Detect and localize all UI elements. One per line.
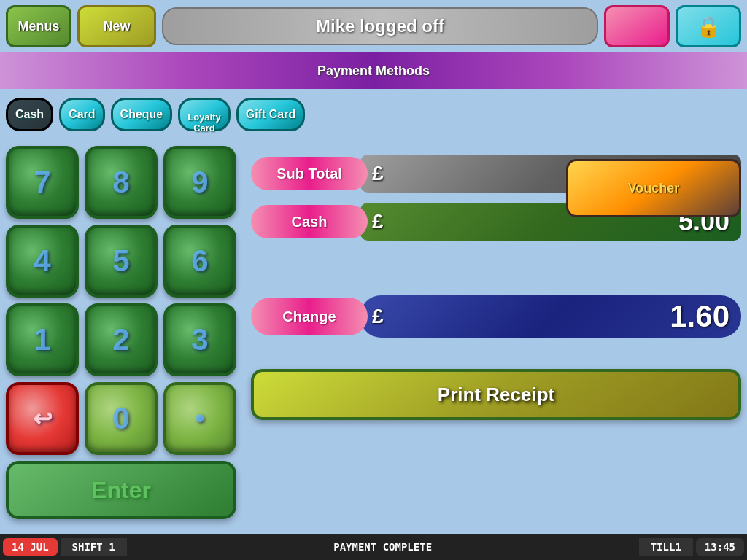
card-button[interactable]: Card bbox=[59, 98, 104, 131]
status-time: 13:45 bbox=[696, 538, 744, 556]
cheque-label: Cheque bbox=[120, 108, 163, 120]
num-3-label: 3 bbox=[191, 322, 208, 357]
menus-button[interactable]: Menus bbox=[6, 5, 71, 47]
backspace-icon: ↩ bbox=[33, 405, 53, 432]
num-8-label: 8 bbox=[112, 165, 129, 200]
change-currency: £ bbox=[372, 305, 384, 328]
payment-methods-bar: Payment Methods bbox=[0, 52, 747, 89]
cash-currency: £ bbox=[372, 210, 384, 233]
num-4-button[interactable]: 4 bbox=[6, 225, 79, 298]
change-label: Change bbox=[251, 298, 368, 335]
backspace-button[interactable]: ↩ bbox=[6, 382, 79, 455]
status-date: 14 JUL bbox=[3, 538, 58, 556]
num-6-label: 6 bbox=[191, 244, 208, 279]
cash-label: Cash bbox=[15, 108, 44, 120]
num-9-label: 9 bbox=[191, 165, 208, 200]
print-receipt-button[interactable]: Print Receipt bbox=[251, 369, 741, 420]
voucher-label: Voucher bbox=[628, 181, 680, 195]
lock-button[interactable]: 🔒 bbox=[676, 5, 741, 47]
num-1-label: 1 bbox=[34, 322, 50, 357]
payment-methods-label: Payment Methods bbox=[6, 63, 741, 79]
num-9-button[interactable]: 9 bbox=[163, 146, 236, 219]
card-label: Card bbox=[69, 108, 95, 120]
title-bar: Mike logged off bbox=[162, 7, 598, 45]
dot-label: • bbox=[196, 403, 205, 434]
cash-amount-label: Cash bbox=[251, 205, 368, 238]
cash-button[interactable]: Cash bbox=[6, 98, 53, 131]
dot-button[interactable]: • bbox=[163, 382, 236, 455]
title-text: Mike logged off bbox=[316, 16, 444, 36]
num-2-label: 2 bbox=[112, 322, 129, 357]
num-0-label: 0 bbox=[112, 401, 129, 436]
num-6-button[interactable]: 6 bbox=[163, 225, 236, 298]
num-4-label: 4 bbox=[34, 244, 50, 279]
num-8-button[interactable]: 8 bbox=[85, 146, 158, 219]
num-7-button[interactable]: 7 bbox=[6, 146, 79, 219]
loyalty-label: Loyalty Card bbox=[187, 112, 221, 134]
num-2-button[interactable]: 2 bbox=[85, 303, 158, 376]
cheque-button[interactable]: Cheque bbox=[111, 98, 173, 131]
num-0-button[interactable]: 0 bbox=[85, 382, 158, 455]
num-7-label: 7 bbox=[34, 165, 50, 200]
gift-card-button[interactable]: Gift Card bbox=[236, 98, 305, 131]
num-5-label: 5 bbox=[112, 244, 129, 279]
new-button[interactable]: New bbox=[77, 5, 156, 47]
num-5-button[interactable]: 5 bbox=[85, 225, 158, 298]
status-message: PAYMENT COMPLETE bbox=[130, 541, 636, 553]
status-till: TILL1 bbox=[639, 538, 693, 556]
numpad: 7 8 9 4 5 6 1 2 3 ↩ 0 • Enter bbox=[6, 146, 239, 557]
subtotal-label: Sub Total bbox=[251, 157, 368, 190]
status-bar: 14 JUL SHIFT 1 PAYMENT COMPLETE TILL1 13… bbox=[0, 534, 747, 560]
subtotal-currency: £ bbox=[372, 162, 384, 185]
enter-label: Enter bbox=[91, 477, 151, 503]
status-shift: SHIFT 1 bbox=[61, 538, 127, 556]
gift-card-label: Gift Card bbox=[246, 108, 295, 120]
enter-button[interactable]: Enter bbox=[6, 461, 236, 519]
num-1-button[interactable]: 1 bbox=[6, 303, 79, 376]
lock-icon: 🔒 bbox=[696, 15, 721, 39]
voucher-button[interactable]: Voucher bbox=[566, 159, 741, 217]
change-number: 1.60 bbox=[670, 299, 729, 334]
top-bar: Menus New Mike logged off 🔒 bbox=[0, 0, 747, 52]
pink-top-button[interactable] bbox=[604, 5, 670, 47]
loyalty-card-button[interactable]: Loyalty Card bbox=[178, 98, 231, 131]
num-3-button[interactable]: 3 bbox=[163, 303, 236, 376]
print-receipt-label: Print Receipt bbox=[438, 384, 554, 405]
change-row: Change £ 1.60 bbox=[251, 293, 741, 340]
change-value: £ 1.60 bbox=[360, 295, 741, 338]
